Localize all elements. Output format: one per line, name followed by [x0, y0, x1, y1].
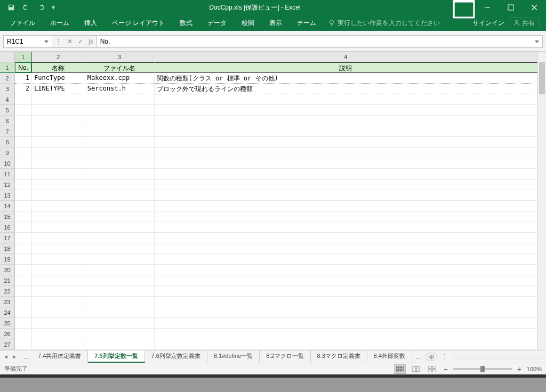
row-header[interactable]: 27 — [0, 339, 14, 350]
cell-desc[interactable]: 関数の種類(クラス or 標準 or その他) — [155, 73, 537, 84]
vertical-scrollbar[interactable] — [537, 52, 546, 350]
fx-icon[interactable]: fx — [89, 38, 93, 46]
column-header[interactable]: 2 — [32, 52, 85, 62]
row-header[interactable]: 22 — [0, 286, 14, 297]
row-header[interactable]: 25 — [0, 318, 14, 329]
row-header[interactable]: 14 — [0, 201, 14, 211]
zoom-level[interactable]: 100% — [527, 366, 542, 372]
table-header-no[interactable]: No. — [15, 62, 32, 73]
qat-customize-icon[interactable]: ▾ — [49, 1, 58, 14]
row-header[interactable]: 20 — [0, 265, 14, 275]
row-header[interactable]: 18 — [0, 243, 14, 254]
table-header-file[interactable]: ファイル名 — [85, 62, 155, 73]
row-header[interactable]: 11 — [0, 169, 14, 179]
spreadsheet-grid[interactable]: 1234567891011121314151617181920212223242… — [0, 52, 546, 350]
column-header[interactable]: 3 — [85, 52, 155, 62]
tab-options-icon[interactable]: ⋮ — [439, 353, 449, 360]
row-header[interactable]: 10 — [0, 158, 14, 169]
sheet-overflow-right[interactable]: ... — [412, 354, 423, 360]
tab-home[interactable]: ホーム — [43, 15, 77, 31]
svg-rect-7 — [416, 366, 419, 372]
row-header[interactable]: 15 — [0, 211, 14, 222]
sheet-overflow-left[interactable]: ... — [20, 354, 31, 360]
minimize-button[interactable] — [476, 0, 499, 15]
cell-name[interactable]: LINETYPE — [32, 84, 85, 94]
row-header[interactable]: 4 — [0, 94, 14, 105]
tell-me-search[interactable]: 実行したい作業を入力してください — [328, 19, 440, 28]
page-layout-view-icon[interactable] — [410, 364, 422, 374]
sign-in-link[interactable]: サインイン — [472, 19, 504, 28]
undo-icon[interactable] — [19, 1, 33, 14]
quick-access-toolbar: ▾ — [0, 1, 58, 14]
row-header[interactable]: 12 — [0, 179, 14, 190]
row-header[interactable]: 5 — [0, 105, 14, 116]
redo-icon[interactable] — [34, 1, 48, 14]
svg-rect-10 — [428, 370, 431, 372]
row-header[interactable]: 19 — [0, 254, 14, 265]
sheet-tab[interactable]: 7.4共用体定義書 — [31, 350, 88, 363]
window-title: DocCpp.xls [保護ビュー] - Excel — [58, 3, 452, 12]
sheet-tab[interactable]: 7.6列挙定数定義書 — [145, 350, 207, 363]
formula-expand-icon[interactable]: ⋮ — [55, 38, 62, 45]
sheet-tab[interactable]: 8.1#define一覧 — [207, 350, 260, 363]
sheet-tab[interactable]: 8.3マクロ定義書 — [311, 350, 367, 363]
table-header-desc[interactable]: 説明 — [155, 62, 537, 73]
row-header[interactable]: 23 — [0, 297, 14, 307]
row-header[interactable]: 17 — [0, 233, 14, 243]
zoom-out-button[interactable]: − — [442, 365, 448, 373]
row-header[interactable]: 2 — [0, 73, 14, 84]
cell-file[interactable]: Serconst.h — [85, 84, 155, 94]
row-header[interactable]: 16 — [0, 222, 14, 233]
tab-page-layout[interactable]: ページ レイアウト — [105, 15, 172, 31]
row-header[interactable]: 8 — [0, 137, 14, 148]
cell-desc[interactable]: ブロック外で現れるラインの種類 — [155, 84, 537, 94]
sheet-nav-next-icon[interactable]: ► — [12, 354, 17, 360]
row-header[interactable]: 6 — [0, 116, 14, 126]
formula-input[interactable]: No. — [97, 35, 543, 48]
row-header[interactable]: 7 — [0, 126, 14, 137]
tab-file[interactable]: ファイル — [2, 15, 43, 31]
cancel-icon[interactable]: ✕ — [67, 38, 73, 45]
row-header[interactable]: 9 — [0, 148, 14, 158]
zoom-slider[interactable] — [453, 368, 512, 370]
row-header[interactable]: 1 — [0, 62, 14, 73]
sheet-nav-prev-icon[interactable]: ◄ — [3, 354, 9, 360]
page-break-view-icon[interactable] — [426, 364, 438, 374]
share-button[interactable]: 共有 — [509, 17, 540, 29]
column-header[interactable]: 1 — [15, 52, 32, 62]
tab-review[interactable]: 校閲 — [234, 15, 262, 31]
tab-insert[interactable]: 挿入 — [77, 15, 105, 31]
tab-view[interactable]: 表示 — [262, 15, 290, 31]
cell-no[interactable]: 1 — [15, 73, 32, 84]
name-box[interactable]: R1C1 — [3, 35, 52, 48]
table-header-name[interactable]: 名称 — [32, 62, 85, 73]
sheet-tab[interactable]: 8.4外部変数 — [367, 350, 412, 363]
person-icon — [513, 20, 520, 26]
maximize-button[interactable] — [499, 0, 523, 15]
normal-view-icon[interactable] — [394, 364, 406, 374]
tab-data[interactable]: データ — [200, 15, 234, 31]
cell-no[interactable]: 2 — [15, 84, 32, 94]
horizontal-scrollbar[interactable] — [452, 354, 544, 360]
tell-me-placeholder: 実行したい作業を入力してください — [338, 19, 440, 28]
cell-file[interactable]: Makeexx.cpp — [85, 73, 155, 84]
cell-name[interactable]: FuncType — [32, 73, 85, 84]
new-sheet-button[interactable]: ⊕ — [425, 353, 437, 361]
tab-formulas[interactable]: 数式 — [172, 15, 200, 31]
row-header[interactable]: 24 — [0, 307, 14, 318]
window-controls — [476, 0, 546, 15]
tab-team[interactable]: チーム — [290, 15, 324, 31]
save-icon[interactable] — [4, 1, 18, 14]
row-header[interactable]: 3 — [0, 84, 14, 94]
svg-point-3 — [330, 20, 334, 24]
column-header[interactable]: 4 — [154, 52, 537, 62]
sheet-tab[interactable]: 8.2マクロ一覧 — [260, 350, 310, 363]
zoom-in-button[interactable]: + — [516, 365, 523, 373]
close-button[interactable] — [523, 0, 546, 15]
row-header[interactable]: 13 — [0, 190, 14, 201]
enter-icon[interactable]: ✓ — [78, 38, 83, 45]
row-header[interactable]: 21 — [0, 275, 14, 286]
row-header[interactable]: 26 — [0, 329, 14, 339]
sheet-tab[interactable]: 7.5列挙定数一覧 — [88, 350, 144, 363]
select-all-corner[interactable] — [0, 52, 14, 62]
